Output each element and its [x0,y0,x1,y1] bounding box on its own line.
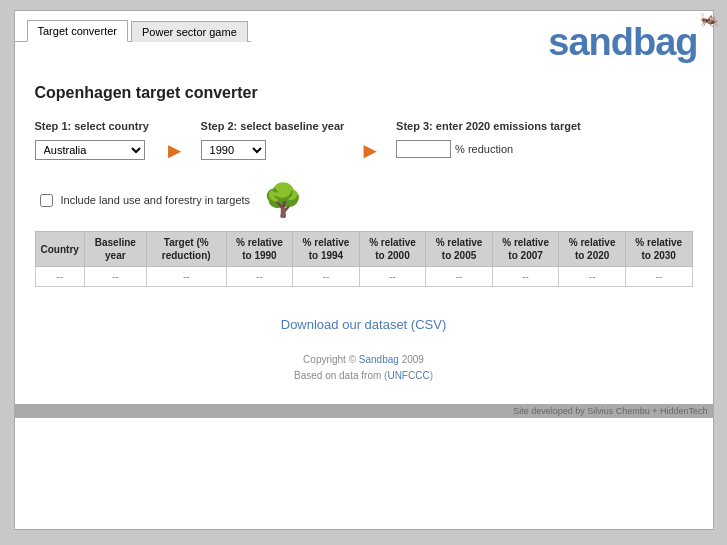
step-2-control: 1990 1994 2000 2005 2007 2020 2030 [201,140,345,160]
col-rel-2030: % relative to 2030 [625,232,692,267]
cell-baseline: -- [84,267,146,287]
year-select[interactable]: 1990 1994 2000 2005 2007 2020 2030 [201,140,266,160]
dev-footer: Site developed by Silvius Chembu + Hidde… [15,404,713,418]
logo-area: sandbag 🦗 [548,11,712,69]
step-3-label: Step 3: enter 2020 emissions target [396,120,581,132]
col-rel-1994: % relative to 1994 [293,232,360,267]
step-3: Step 3: enter 2020 emissions target % re… [396,120,581,158]
steps-row: Step 1: select country Australia Austria… [35,120,693,164]
cell-2030: -- [625,267,692,287]
page-title: Copenhagen target converter [35,84,693,102]
step-1: Step 1: select country Australia Austria… [35,120,149,160]
content-area: Copenhagen target converter Step 1: sele… [15,69,713,404]
download-link[interactable]: Download our dataset (CSV) [281,317,446,332]
year-text: 2009 [399,354,424,365]
col-baseline: Baseline year [84,232,146,267]
arrow-2-icon: ► [359,138,381,164]
data-table: Country Baseline year Target (% reductio… [35,231,693,287]
col-country: Country [35,232,84,267]
copyright-text: Copyright © [303,354,359,365]
unfccc-link[interactable]: UNFCCC [387,370,429,381]
download-section: Download our dataset (CSV) [35,302,693,342]
cell-1994: -- [293,267,360,287]
col-rel-1990: % relative to 1990 [226,232,293,267]
target-input[interactable] [396,140,451,158]
tab-target-converter[interactable]: Target converter [27,20,128,42]
cell-2007: -- [492,267,559,287]
step-3-control: % reduction [396,140,581,158]
data-source-line: Based on data from (UNFCCC) [35,368,693,384]
top-section: Target converter Power sector game sandb… [15,11,713,69]
sandbag-link[interactable]: Sandbag [359,354,399,365]
cell-target: -- [146,267,226,287]
tabs-bar: Target converter Power sector game [15,11,251,42]
col-rel-2005: % relative to 2005 [426,232,493,267]
percent-label: % reduction [455,143,513,155]
step-2: Step 2: select baseline year 1990 1994 2… [201,120,345,160]
col-rel-2020: % relative to 2020 [559,232,626,267]
data-end-text: ) [430,370,433,381]
logo-bug-icon: 🦗 [699,9,718,28]
cell-2020: -- [559,267,626,287]
main-container: Target converter Power sector game sandb… [14,10,714,530]
country-select[interactable]: Australia Austria Belgium Canada Denmark… [35,140,145,160]
land-use-checkbox[interactable] [40,194,53,207]
dev-footer-text: Site developed by Silvius Chembu + Hidde… [513,406,707,416]
cell-2005: -- [426,267,493,287]
step-2-label: Step 2: select baseline year [201,120,345,132]
step-1-label: Step 1: select country [35,120,149,132]
table-row: -- -- -- -- -- -- -- -- -- -- [35,267,692,287]
data-line-text: Based on data from ( [294,370,387,381]
cell-1990: -- [226,267,293,287]
copyright-line: Copyright © Sandbag 2009 [35,352,693,368]
tab-power-sector[interactable]: Power sector game [131,21,248,42]
col-rel-2007: % relative to 2007 [492,232,559,267]
col-target: Target (% reduction) [146,232,226,267]
checkbox-row: Include land use and forestry in targets… [35,184,693,216]
footer: Copyright © Sandbag 2009 Based on data f… [35,342,693,389]
logo-text: sandbag 🦗 [548,21,697,64]
tree-icon: 🌳 [263,184,303,216]
checkbox-label[interactable]: Include land use and forestry in targets [61,194,251,206]
cell-2000: -- [359,267,426,287]
cell-country: -- [35,267,84,287]
arrow-1-icon: ► [164,138,186,164]
col-rel-2000: % relative to 2000 [359,232,426,267]
step-1-control: Australia Austria Belgium Canada Denmark… [35,140,149,160]
